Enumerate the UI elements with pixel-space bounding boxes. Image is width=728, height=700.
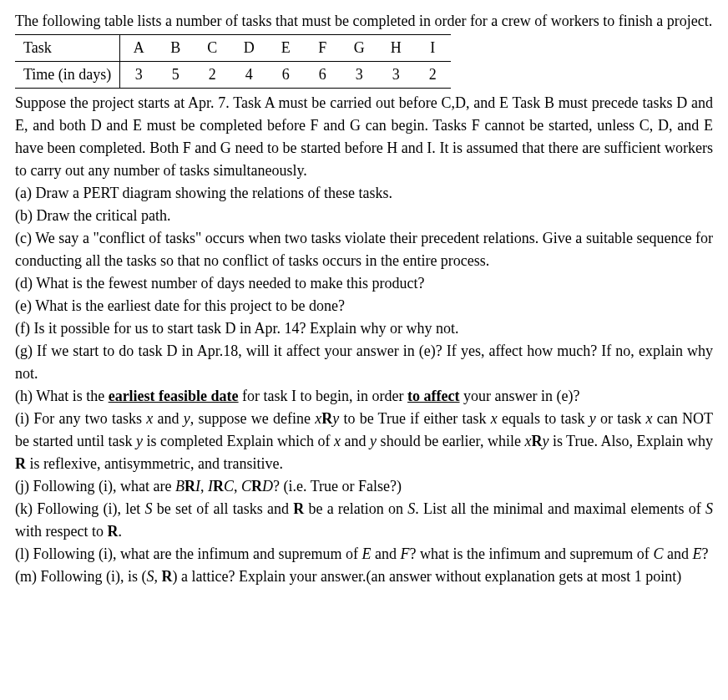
- col-f: F: [304, 35, 341, 62]
- qj-text: ,: [200, 478, 208, 495]
- col-e: E: [267, 35, 304, 62]
- qh-underline-2: to affect: [407, 388, 459, 404]
- question-f: (f) Is it possible for us to start task …: [15, 317, 713, 340]
- intro-text-2: Suppose the project starts at Apr. 7. Ta…: [15, 92, 713, 182]
- var-c: C: [224, 478, 234, 495]
- var-y: y: [184, 410, 190, 427]
- ql-text: ?: [701, 545, 708, 562]
- set-s: S: [147, 568, 154, 585]
- col-c: C: [194, 35, 230, 62]
- qj-text: ,: [234, 478, 241, 495]
- qi-text: should be earlier, while: [377, 433, 524, 449]
- var-x: x: [334, 433, 341, 449]
- question-h: (h) What is the earliest feasible date f…: [15, 385, 713, 408]
- var-x: x: [646, 410, 653, 427]
- col-h: H: [377, 35, 414, 62]
- question-c: (c) We say a "conflict of tasks" occurs …: [15, 227, 713, 272]
- qi-text: to be True if either task: [339, 410, 491, 427]
- time-h: 3: [377, 62, 414, 89]
- qk-text: be set of all tasks and: [152, 500, 293, 517]
- qi-text: or task: [596, 410, 646, 427]
- qj-text: (j) Following (i), what are: [15, 478, 175, 495]
- qm-text: (m) Following (i), is (: [15, 568, 147, 585]
- qh-underline-1: earliest feasible date: [109, 388, 239, 404]
- rel-r: R: [321, 410, 332, 427]
- var-c: C: [653, 545, 663, 562]
- time-e: 6: [267, 62, 304, 89]
- var-y: y: [136, 433, 143, 449]
- question-b: (b) Draw the critical path.: [15, 205, 713, 227]
- ql-text: (l) Following (i), what are the infimum …: [15, 545, 361, 562]
- col-d: D: [230, 35, 267, 62]
- qk-text: (k) Following (i), let: [15, 500, 144, 517]
- qk-text: with respect to: [15, 523, 107, 540]
- col-g: G: [341, 35, 377, 62]
- var-x: x: [315, 410, 321, 427]
- var-x: x: [491, 410, 498, 427]
- question-j: (j) Following (i), what are BRI, IRC, CR…: [15, 475, 713, 498]
- var-f: F: [400, 545, 409, 562]
- ql-text: and: [371, 545, 400, 562]
- rel-r: R: [185, 478, 195, 495]
- question-d: (d) What is the fewest number of days ne…: [15, 272, 713, 295]
- question-l: (l) Following (i), what are the infimum …: [15, 543, 713, 566]
- question-i: (i) For any two tasks x and y, suppose w…: [15, 408, 713, 475]
- question-g: (g) If we start to do task D in Apr.18, …: [15, 340, 713, 385]
- time-g: 3: [341, 62, 377, 89]
- var-y: y: [370, 433, 377, 449]
- task-label: Task: [15, 35, 120, 62]
- intro-text-1: The following table lists a number of ta…: [15, 10, 713, 33]
- time-c: 2: [194, 62, 230, 89]
- qi-text: is completed Explain which of: [143, 433, 334, 449]
- var-c: C: [241, 478, 251, 495]
- rel-r: R: [293, 500, 304, 517]
- question-k: (k) Following (i), let S be set of all t…: [15, 498, 713, 543]
- rel-r: R: [251, 478, 262, 495]
- rel-r: R: [531, 433, 542, 449]
- set-s: S: [705, 500, 713, 517]
- var-e: E: [692, 545, 701, 562]
- table-row: Time (in days) 3 5 2 4 6 6 3 3 2: [15, 62, 451, 89]
- rel-r: R: [107, 523, 118, 540]
- table-row: Task A B C D E F G H I: [15, 35, 451, 62]
- rel-r: R: [162, 568, 173, 585]
- qj-text: ? (i.e. True or False?): [273, 478, 402, 495]
- col-i: I: [414, 35, 451, 62]
- var-b: B: [175, 478, 185, 495]
- set-s: S: [407, 500, 415, 517]
- qi-text: is True. Also, Explain why: [549, 433, 713, 449]
- task-table: Task A B C D E F G H I Time (in days) 3 …: [15, 34, 451, 89]
- qi-text: is reflexive, antisymmetric, and transit…: [26, 455, 283, 472]
- time-label: Time (in days): [15, 62, 120, 89]
- time-d: 4: [230, 62, 267, 89]
- col-b: B: [157, 35, 194, 62]
- time-i: 2: [414, 62, 451, 89]
- question-e: (e) What is the earliest date for this p…: [15, 295, 713, 317]
- var-d: D: [262, 478, 273, 495]
- qk-text: be a relation on: [304, 500, 407, 517]
- var-y: y: [589, 410, 596, 427]
- question-m: (m) Following (i), is (S, R) a lattice? …: [15, 566, 713, 588]
- var-e: E: [361, 545, 371, 562]
- rel-r: R: [15, 455, 26, 472]
- qi-text: (i) For any two tasks: [15, 410, 146, 427]
- qi-text: , suppose we define: [190, 410, 315, 427]
- var-y: y: [332, 410, 339, 427]
- qm-text: ) a lattice? Explain your answer.(an ans…: [173, 568, 682, 585]
- rel-r: R: [213, 478, 224, 495]
- time-f: 6: [304, 62, 341, 89]
- qh-text: your answer in (e)?: [460, 388, 580, 404]
- qk-text: . List all the minimal and maximal eleme…: [415, 500, 705, 517]
- qi-text: and: [341, 433, 370, 449]
- qh-text: (h) What is the: [15, 388, 109, 404]
- time-b: 5: [157, 62, 194, 89]
- qk-text: .: [118, 523, 122, 540]
- qi-text: and: [153, 410, 183, 427]
- ql-text: and: [663, 545, 692, 562]
- qm-text: ,: [154, 568, 162, 585]
- qi-text: equals to task: [498, 410, 589, 427]
- ql-text: ? what is the infimum and supremum of: [409, 545, 653, 562]
- qh-text: for task I to begin, in order: [239, 388, 407, 404]
- question-a: (a) Draw a PERT diagram showing the rela…: [15, 182, 713, 205]
- col-a: A: [120, 35, 158, 62]
